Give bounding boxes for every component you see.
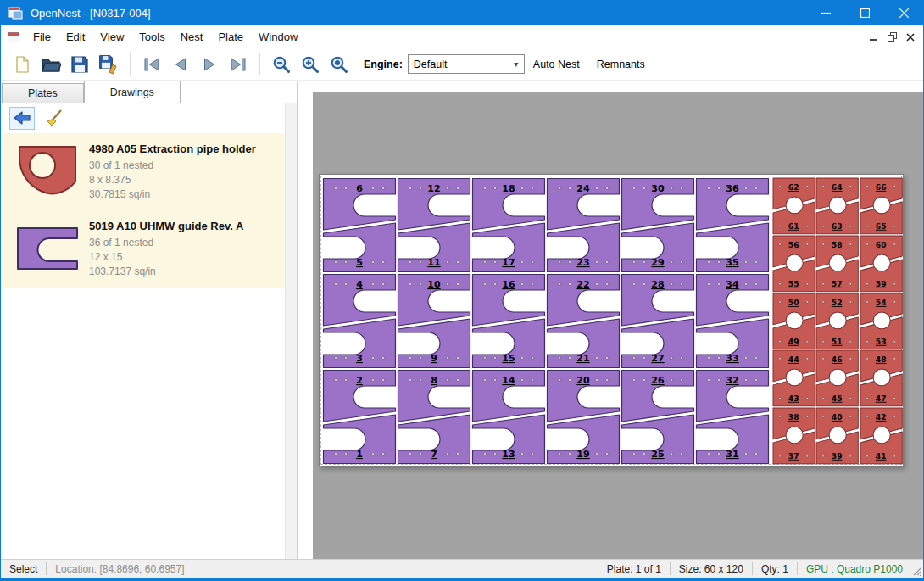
zoom-out-icon[interactable]	[269, 52, 294, 77]
maximize-button[interactable]	[845, 0, 884, 25]
part-number: 56	[788, 241, 799, 249]
nest-cell-red[interactable]: 4039	[815, 407, 859, 465]
menu-item-edit[interactable]: Edit	[58, 26, 92, 47]
part-number: 21	[576, 353, 589, 364]
nest-cell-red[interactable]: 5655	[772, 235, 815, 293]
mdi-restore-button[interactable]	[882, 29, 901, 46]
part-number: 26	[651, 375, 665, 386]
nest-cell-red[interactable]: 6665	[860, 177, 903, 235]
drawing-list-item[interactable]: 4980 A05 Extraction pipe holder30 of 1 n…	[1, 133, 285, 210]
part-number: 50	[788, 299, 799, 307]
sidebar-tabs: PlatesDrawings	[1, 81, 297, 103]
part-number: 47	[875, 394, 886, 403]
nest-cell-purple[interactable]: 65	[322, 177, 397, 273]
nest-cell-purple[interactable]: 43	[322, 273, 397, 369]
part-number: 33	[726, 353, 738, 364]
nest-cell-purple[interactable]: 2625	[621, 369, 695, 465]
remnants-button[interactable]: Remnants	[597, 59, 645, 70]
nest-cell-purple[interactable]: 2221	[546, 273, 621, 369]
nest-cell-red[interactable]: 6261	[772, 177, 815, 235]
menu-item-plate[interactable]: Plate	[210, 26, 251, 47]
nest-cell-red[interactable]: 5453	[860, 293, 903, 350]
drawing-list-item[interactable]: 5019 A10 UHMW guide Rev. A36 of 1 nested…	[1, 210, 285, 288]
nest-cell-purple[interactable]: 109	[397, 273, 471, 369]
auto-nest-button[interactable]: Auto Nest	[533, 59, 580, 70]
part-notch	[786, 254, 803, 271]
part-notch	[873, 369, 890, 386]
menu-item-file[interactable]: File	[25, 26, 58, 47]
nest-cell-purple[interactable]: 2423	[546, 177, 621, 273]
menu-item-window[interactable]: Window	[251, 26, 305, 47]
nest-cell-red[interactable]: 4241	[860, 407, 903, 465]
go-previous-icon[interactable]	[168, 52, 193, 77]
tab-drawings[interactable]: Drawings	[84, 81, 181, 103]
part-number: 31	[726, 449, 738, 460]
menu-item-view[interactable]: View	[92, 26, 131, 47]
part-number: 8	[431, 375, 437, 386]
nest-cell-red[interactable]: 6059	[860, 235, 903, 293]
save-icon[interactable]	[67, 52, 92, 77]
menu-item-nest[interactable]: Nest	[173, 26, 211, 47]
open-folder-icon[interactable]	[38, 52, 64, 77]
part-notch	[786, 312, 803, 329]
part-number: 57	[832, 280, 843, 288]
resize-grip[interactable]	[911, 560, 923, 578]
nest-cell-purple[interactable]: 1615	[471, 273, 546, 369]
part-number: 18	[502, 183, 515, 194]
status-bar: Select Location: [84.8696, 60.6957] Plat…	[1, 559, 923, 578]
nest-cell-purple[interactable]: 2827	[621, 273, 695, 369]
engine-label: Engine:	[364, 59, 403, 70]
go-first-icon[interactable]	[139, 52, 164, 77]
part-number: 24	[576, 183, 590, 194]
chevron-down-icon[interactable]: ▾	[509, 59, 524, 69]
part-notch	[873, 254, 890, 271]
nest-cell-red[interactable]: 3837	[772, 407, 815, 465]
nesting-canvas[interactable]: 6512111817242330293635431091615222128273…	[313, 92, 923, 559]
new-document-icon[interactable]	[9, 52, 35, 77]
nest-cell-purple[interactable]: 1413	[471, 369, 546, 465]
nest-cell-red[interactable]: 6463	[815, 177, 859, 235]
go-last-icon[interactable]	[225, 52, 251, 77]
toolbar-separator	[259, 53, 260, 75]
nest-cell-purple[interactable]: 1211	[397, 177, 471, 273]
tab-plates[interactable]: Plates	[2, 83, 84, 103]
engine-select[interactable]: Default ▾	[408, 54, 525, 74]
clear-broom-icon[interactable]	[42, 107, 67, 130]
zoom-in-icon[interactable]	[298, 52, 323, 77]
nest-cell-purple[interactable]: 3433	[695, 273, 770, 369]
sidebar-scrollbar[interactable]	[285, 103, 297, 559]
nest-cell-red[interactable]: 4645	[815, 349, 859, 407]
nest-cell-purple[interactable]: 1817	[471, 177, 546, 273]
nest-cell-purple[interactable]: 3029	[621, 177, 695, 273]
part-number: 7	[431, 449, 437, 460]
nest-cell-purple[interactable]: 3635	[695, 177, 770, 273]
nest-cell-purple[interactable]: 3231	[695, 369, 770, 465]
nest-cell-purple[interactable]: 21	[322, 369, 397, 465]
close-button[interactable]	[884, 0, 923, 25]
part-number: 44	[788, 355, 799, 364]
menu-item-tools[interactable]: Tools	[131, 26, 172, 47]
drawings-panel: 4980 A05 Extraction pipe holder30 of 1 n…	[1, 103, 285, 559]
part-number: 55	[788, 280, 799, 288]
nest-cell-purple[interactable]: 2019	[546, 369, 621, 465]
part-notch	[786, 197, 803, 214]
part-number: 48	[875, 355, 886, 364]
document-icon[interactable]	[8, 31, 20, 43]
plate[interactable]: 6512111817242330293635431091615222128273…	[319, 174, 904, 466]
import-part-icon[interactable]	[9, 107, 35, 130]
part-number: 2	[356, 375, 363, 386]
mdi-close-button[interactable]	[901, 29, 920, 46]
nest-cell-red[interactable]: 5049	[772, 293, 815, 350]
nest-cell-red[interactable]: 4847	[860, 349, 903, 407]
minimize-button[interactable]	[806, 0, 845, 25]
nest-cell-red[interactable]: 4443	[772, 349, 815, 407]
zoom-fit-icon[interactable]	[326, 52, 352, 77]
mdi-minimize-button[interactable]	[864, 29, 882, 46]
nest-cell-red[interactable]: 5251	[815, 293, 859, 350]
drawing-title: 5019 A10 UHMW guide Rev. A	[89, 220, 243, 232]
nest-cell-red[interactable]: 5857	[815, 235, 859, 293]
go-next-icon[interactable]	[197, 52, 222, 77]
save-as-icon[interactable]	[96, 52, 121, 77]
nest-cell-purple[interactable]: 87	[397, 369, 471, 465]
drawing-area: 30.7815 sq/in	[89, 187, 256, 202]
